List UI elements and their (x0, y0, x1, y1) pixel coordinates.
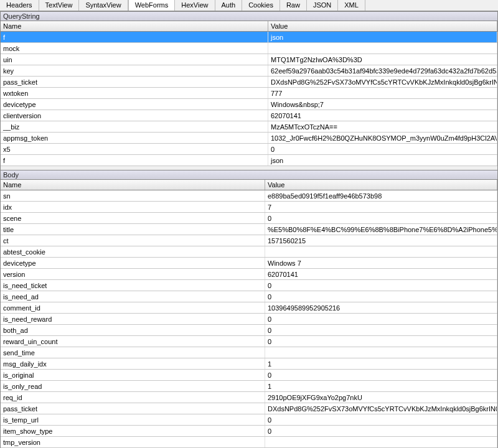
column-header-value[interactable]: Value (265, 180, 497, 190)
cell-name: is_need_reward (1, 314, 265, 324)
table-row[interactable]: is_need_ad0 (1, 291, 497, 302)
table-row[interactable]: fjson (1, 155, 497, 166)
cell-value: 1571560215 (265, 235, 497, 246)
cell-name: abtest_cookie (1, 246, 265, 257)
cell-value: json (268, 32, 497, 42)
table-row[interactable]: is_original0 (1, 370, 497, 381)
table-row[interactable]: x50 (1, 144, 497, 155)
cell-name: key (1, 65, 268, 76)
cell-name: is_need_ticket (1, 280, 265, 291)
table-row[interactable]: is_need_ticket0 (1, 280, 497, 291)
table-row[interactable]: devicetypeWindows&nbsp;7 (1, 99, 497, 110)
cell-value: 0 (265, 370, 497, 380)
table-row[interactable]: mock (1, 43, 497, 54)
inspector-tabs: HeadersTextViewSyntaxViewWebFormsHexView… (0, 0, 498, 11)
tab-headers[interactable]: Headers (0, 0, 39, 11)
cell-value: DXdsNPd8G%252FvSX73oMVYfCs5cYRTCvVKbKJzM… (268, 77, 497, 87)
column-header-value[interactable]: Value (268, 21, 497, 31)
body-grid-header: Name Value (1, 180, 497, 190)
table-row[interactable]: abtest_cookie (1, 246, 497, 258)
cell-name: mock (1, 43, 268, 54)
table-row[interactable]: both_ad0 (1, 325, 497, 336)
tab-json[interactable]: JSON (307, 0, 338, 11)
cell-value: DXdsNPd8G%252FvSX73oMVYfCs5cYRTCvVKbKJzM… (265, 403, 497, 414)
body-grid: Name Value sne889ba5ed0919f5f1eaff9e46b5… (0, 180, 498, 448)
tab-hexview[interactable]: HexView (175, 0, 215, 11)
tab-auth[interactable]: Auth (215, 0, 243, 11)
table-row[interactable]: __bizMzA5MTcxOTczNA== (1, 121, 497, 133)
table-row[interactable]: idx7 (1, 202, 497, 213)
tab-syntaxview[interactable]: SyntaxView (79, 0, 128, 11)
cell-value: 1039649589952905216 (265, 302, 497, 313)
cell-name: reward_uin_count (1, 336, 265, 347)
table-row[interactable]: key62eef59a2976aab03c54b31af94bfc339e9ed… (1, 65, 497, 77)
cell-name: appmsg_token (1, 133, 268, 143)
table-row[interactable]: is_only_read1 (1, 381, 497, 392)
column-header-name[interactable]: Name (1, 180, 265, 190)
table-row[interactable]: is_need_reward0 (1, 314, 497, 325)
querystring-grid-header: Name Value (1, 21, 497, 32)
cell-name: devicetype (1, 99, 268, 110)
cell-name: __biz (1, 121, 268, 132)
cell-name: wxtoken (1, 88, 268, 98)
table-row[interactable]: req_id2910pOE9jXFG9xaYo2pg7nkU (1, 392, 497, 403)
cell-value: 0 (265, 291, 497, 302)
cell-value: 62eef59a2976aab03c54b31af94bfc339e9ede4d… (268, 65, 497, 76)
cell-name: is_original (1, 370, 265, 380)
table-row[interactable]: reward_uin_count0 (1, 336, 497, 347)
cell-value (265, 347, 497, 358)
cell-name: title (1, 224, 265, 235)
querystring-section-header: QueryString (0, 11, 498, 21)
cell-value (265, 437, 497, 447)
cell-name: both_ad (1, 325, 265, 335)
table-row[interactable]: version62070141 (1, 269, 497, 280)
table-row[interactable]: sne889ba5ed0919f5f1eaff9e46b573b98 (1, 190, 497, 202)
cell-value: %E5%B0%8F%E4%BC%99%E6%8B%8BiPhone7%E6%8D… (265, 224, 497, 235)
cell-name: comment_id (1, 302, 265, 313)
cell-name: uin (1, 54, 268, 65)
column-header-name[interactable]: Name (1, 21, 268, 31)
table-row[interactable]: devicetypeWindows 7 (1, 258, 497, 269)
body-section-header: Body (0, 170, 498, 180)
table-row[interactable]: fjson (1, 32, 497, 43)
table-row[interactable]: appmsg_token1032_Jr0Fwcf6H2%2B0QZHuNK8OS… (1, 133, 497, 144)
cell-name: devicetype (1, 258, 265, 268)
table-row[interactable]: msg_daily_idx1 (1, 358, 497, 370)
cell-name: version (1, 269, 265, 279)
cell-name: is_only_read (1, 381, 265, 391)
table-row[interactable]: uinMTQ1MTg2NzIwOA%3D%3D (1, 54, 497, 65)
table-row[interactable]: tmp_version (1, 437, 497, 448)
cell-name: send_time (1, 347, 265, 358)
cell-value: 62070141 (268, 110, 497, 121)
table-row[interactable]: comment_id1039649589952905216 (1, 302, 497, 314)
table-row[interactable]: pass_ticketDXdsNPd8G%252FvSX73oMVYfCs5cY… (1, 77, 497, 88)
table-row[interactable]: wxtoken777 (1, 88, 497, 99)
cell-value (268, 43, 497, 54)
cell-name: msg_daily_idx (1, 358, 265, 369)
table-row[interactable]: ct1571560215 (1, 235, 497, 246)
table-row[interactable]: scene0 (1, 213, 497, 224)
cell-name: pass_ticket (1, 77, 268, 87)
cell-name: f (1, 155, 268, 166)
cell-value: 0 (265, 213, 497, 223)
cell-name: sn (1, 190, 265, 201)
table-row[interactable]: is_temp_url0 (1, 414, 497, 426)
cell-value: 62070141 (265, 269, 497, 279)
cell-value: 0 (265, 414, 497, 425)
cell-value: 777 (268, 88, 497, 98)
tab-xml[interactable]: XML (338, 0, 365, 11)
tab-cookies[interactable]: Cookies (242, 0, 280, 11)
tab-webforms[interactable]: WebForms (128, 0, 176, 11)
tab-textview[interactable]: TextView (39, 0, 80, 11)
cell-value: 0 (265, 426, 497, 436)
table-row[interactable]: pass_ticketDXdsNPd8G%252FvSX73oMVYfCs5cY… (1, 403, 497, 414)
table-row[interactable]: send_time (1, 347, 497, 358)
cell-value: 0 (268, 144, 497, 154)
cell-name: scene (1, 213, 265, 223)
cell-value: 0 (265, 280, 497, 291)
cell-value: 1 (265, 381, 497, 391)
tab-raw[interactable]: Raw (280, 0, 307, 11)
table-row[interactable]: clientversion62070141 (1, 110, 497, 121)
table-row[interactable]: title%E5%B0%8F%E4%BC%99%E6%8B%8BiPhone7%… (1, 224, 497, 235)
table-row[interactable]: item_show_type0 (1, 426, 497, 437)
